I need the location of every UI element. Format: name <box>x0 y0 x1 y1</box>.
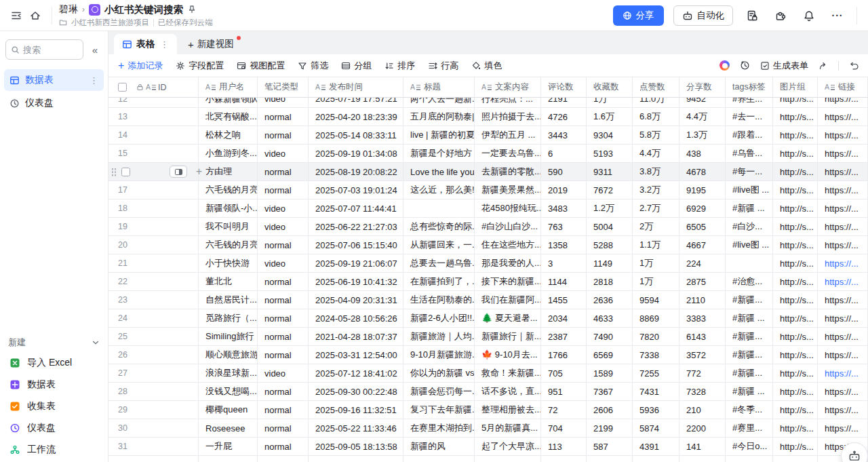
row-header[interactable]: 14 <box>108 126 199 144</box>
row-number[interactable]: 28 <box>117 387 127 396</box>
cell-shares[interactable]: 7328 <box>679 383 726 400</box>
cell-time[interactable]: 2024-05-28 10:56:26 <box>309 309 403 327</box>
row-number[interactable]: 13 <box>117 112 127 121</box>
row-header[interactable]: 19 <box>108 218 199 235</box>
cell-time[interactable]: 2025-07-03 19:01:24 <box>309 181 403 199</box>
cell-images[interactable]: http://s... <box>773 254 818 272</box>
collapse-sidebar-icon[interactable]: « <box>86 41 104 58</box>
cell-content[interactable]: 新疆旅行｜新... <box>475 328 541 345</box>
cell-shares[interactable]: 438 <box>679 145 726 162</box>
cell-content[interactable]: 救命！来新疆... <box>475 364 541 382</box>
row-header[interactable]: 24 <box>108 309 199 327</box>
cell-title[interactable]: Love the life you... <box>403 163 475 180</box>
cell-content[interactable]: 花4580报纯玩... <box>475 199 541 217</box>
row-header[interactable]: 27 <box>108 364 199 382</box>
cell-title[interactable] <box>403 199 475 217</box>
cell-collects[interactable]: 2636 <box>587 291 633 309</box>
cell-images[interactable]: http://s... <box>773 291 818 309</box>
cell-collects[interactable]: 2606 <box>587 401 633 419</box>
add-record-button[interactable]: + 添加记录 <box>118 60 163 72</box>
cell-shares[interactable]: 210 <box>679 401 726 419</box>
cell-collects[interactable]: 7672 <box>587 181 633 199</box>
cell-collects[interactable]: 587 <box>587 438 633 455</box>
row-number[interactable]: 20 <box>117 240 127 250</box>
field-config-button[interactable]: 字段配置 <box>176 60 224 72</box>
cell-comments[interactable]: 4726 <box>541 108 587 126</box>
cell-comments[interactable] <box>541 456 587 462</box>
cell-images[interactable]: http://s... <box>773 383 818 400</box>
filter-button[interactable]: 筛选 <box>298 60 328 72</box>
cell-comments[interactable]: 951 <box>541 383 587 400</box>
cell-user[interactable]: 顺心顺意旅游 <box>199 346 258 364</box>
cell-comments[interactable]: 2191 <box>541 98 587 108</box>
cell-comments[interactable]: 3483 <box>541 199 587 217</box>
row-number[interactable]: 19 <box>117 222 127 231</box>
cell-link[interactable]: https://... <box>818 401 868 419</box>
column-header-collects[interactable]: 收藏数 <box>587 77 633 97</box>
cell-user[interactable]: 新疆领队-小... <box>199 199 258 217</box>
cell-tags[interactable]: #新疆... <box>726 291 773 309</box>
create-item-import-excel[interactable]: 导入 Excel <box>0 352 108 374</box>
cell-shares[interactable]: 141 <box>679 438 726 455</box>
cell-tags[interactable]: #今日o... <box>726 438 773 455</box>
cell-title[interactable]: 五月底的阿勒泰|... <box>403 108 475 126</box>
row-header[interactable]: + <box>108 163 199 180</box>
cell-likes[interactable]: 4391 <box>633 438 679 455</box>
row-header[interactable] <box>108 456 199 462</box>
cell-shares[interactable]: 4.4万 <box>679 108 726 126</box>
cell-title[interactable]: 新疆旅游｜人均... <box>403 328 475 345</box>
cell-user[interactable] <box>199 456 258 462</box>
permissions-icon[interactable] <box>743 6 762 25</box>
cell-title[interactable]: 在新疆拍到了，... <box>403 273 475 290</box>
cell-type[interactable]: normal <box>258 291 309 309</box>
cell-tags[interactable]: #新疆 ... <box>726 309 773 327</box>
column-header-shares[interactable]: 分享数 <box>679 77 726 97</box>
cell-tags[interactable]: #新疆 ... <box>726 199 773 217</box>
cell-title[interactable]: 新疆是个好地方 <box>403 145 475 162</box>
cell-content[interactable]: 行程亮点：... <box>475 98 541 108</box>
row-number[interactable]: 14 <box>117 130 127 140</box>
cell-type[interactable]: normal <box>258 419 309 437</box>
cell-time[interactable]: 2025-05-22 11:33:46 <box>309 419 403 437</box>
column-header-link[interactable]: A链接 <box>818 77 868 97</box>
row-checkbox[interactable] <box>121 168 130 176</box>
cell-collects[interactable]: 4633 <box>587 309 633 327</box>
cell-time[interactable]: 2025-09-16 11:32:51 <box>309 401 403 419</box>
drag-handle-icon[interactable] <box>111 168 117 176</box>
breadcrumb-root[interactable]: 碧琳 <box>59 3 78 16</box>
cell-title[interactable]: 总有些惊奇的际... <box>403 218 475 235</box>
cell-user[interactable]: Roseesee <box>199 419 258 437</box>
column-header-title[interactable]: A标题 <box>403 77 475 97</box>
cell-images[interactable]: http://s... <box>773 401 818 419</box>
cell-shares[interactable]: 2200 <box>679 419 726 437</box>
cell-link[interactable]: https://... <box>818 98 868 108</box>
cell-images[interactable]: http://s... <box>773 438 818 455</box>
cell-collects[interactable] <box>587 456 633 462</box>
row-number[interactable]: 27 <box>117 368 127 378</box>
cell-tags[interactable]: #新疆 ... <box>726 383 773 400</box>
cell-tags[interactable] <box>726 456 773 462</box>
cell-content[interactable]: 接下来的新疆... <box>475 273 541 290</box>
cell-images[interactable]: http://s... <box>773 218 818 235</box>
generate-form-button[interactable]: 生成表单 <box>760 60 808 72</box>
more-menu-icon[interactable]: ··· <box>828 6 847 25</box>
cell-content[interactable]: 照片拍摄于去... <box>475 108 541 126</box>
cell-collects[interactable]: 7367 <box>587 383 633 400</box>
cell-likes[interactable]: 9594 <box>633 291 679 309</box>
cell-link[interactable]: https://... <box>818 364 868 382</box>
cell-title[interactable]: 新疆会惩罚每一... <box>403 383 475 400</box>
cell-shares[interactable]: 224 <box>679 254 726 272</box>
cell-likes[interactable]: 1万 <box>633 254 679 272</box>
cell-user[interactable]: 六毛钱的月亮 <box>199 236 258 254</box>
cell-link[interactable]: https://... <box>818 181 868 199</box>
cell-title[interactable]: 9-10月新疆旅游... <box>403 346 475 364</box>
cell-shares[interactable]: 772 <box>679 364 726 382</box>
cell-link[interactable]: https://... <box>818 273 868 290</box>
row-header[interactable]: 22 <box>108 273 199 290</box>
cell-time[interactable] <box>309 456 403 462</box>
cell-time[interactable]: 2025-04-09 20:31:31 <box>309 291 403 309</box>
column-header-comments[interactable]: 评论数 <box>541 77 587 97</box>
cell-type[interactable]: video <box>258 199 309 217</box>
cell-images[interactable]: http://s... <box>773 273 818 290</box>
column-header-time[interactable]: A发布时间 <box>309 77 403 97</box>
